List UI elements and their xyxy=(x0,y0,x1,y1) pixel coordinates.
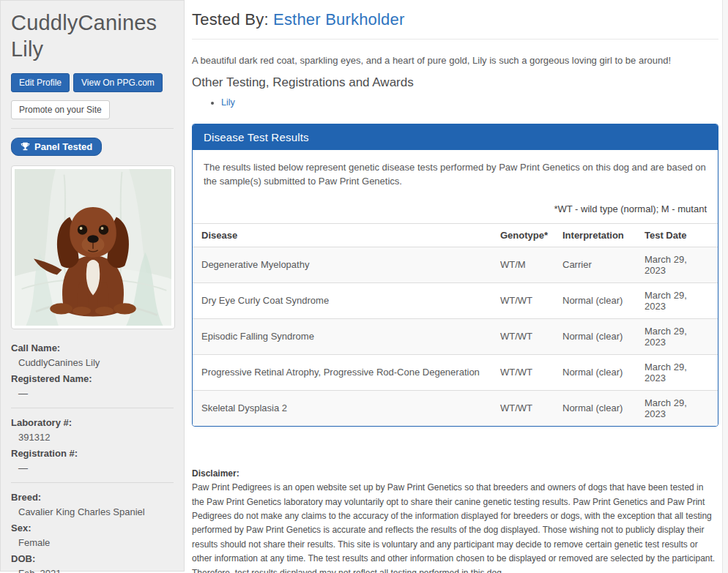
table-row: Episodic Falling Syndrome WT/WT Normal (… xyxy=(193,318,718,354)
disease-cell: Degenerative Myelopathy xyxy=(193,247,493,282)
dog-profile-sidebar: CuddlyCanines Lily Edit Profile View On … xyxy=(0,0,185,572)
divider xyxy=(11,408,174,408)
sex-label: Sex: xyxy=(11,523,174,533)
dob-label: DOB: xyxy=(11,553,174,564)
panel-note: The results listed below represent genet… xyxy=(193,150,718,189)
disease-cell: Episodic Falling Syndrome xyxy=(193,318,493,354)
table-row: Progressive Retinal Atrophy, Progressive… xyxy=(193,354,718,390)
test-date-cell: March 29, 2023 xyxy=(637,390,718,426)
breed-label: Breed: xyxy=(11,492,174,503)
genotype-legend: *WT - wild type (normal); M - mutant xyxy=(193,189,718,223)
disease-cell: Skeletal Dysplasia 2 xyxy=(193,390,493,426)
column-header-disease: Disease xyxy=(193,223,493,247)
other-testing-link-lily[interactable]: Lily xyxy=(221,97,235,108)
column-header-test-date: Test Date xyxy=(637,223,718,247)
genotype-cell: WT/M xyxy=(493,247,555,282)
disclaimer-block: Disclaimer: Paw Print Pedigrees is an op… xyxy=(192,467,718,573)
profile-action-buttons: Edit Profile View On PPG.com xyxy=(11,73,174,92)
list-item: Lily xyxy=(221,97,718,108)
interpretation-cell: Normal (clear) xyxy=(555,390,637,426)
interpretation-cell: Normal (clear) xyxy=(555,282,637,318)
interpretation-cell: Normal (clear) xyxy=(555,318,637,354)
call-name-value: CuddlyCanines Lily xyxy=(18,357,174,368)
registration-number-label: Registration #: xyxy=(11,448,174,459)
edit-profile-button[interactable]: Edit Profile xyxy=(11,73,70,92)
heading-divider xyxy=(192,39,718,40)
table-row: Skeletal Dysplasia 2 WT/WT Normal (clear… xyxy=(193,390,718,426)
other-testing-list: Lily xyxy=(221,97,718,108)
test-date-cell: March 29, 2023 xyxy=(637,247,718,282)
tested-by-link[interactable]: Esther Burkholder xyxy=(273,10,405,29)
panel-heading: Disease Test Results xyxy=(193,124,718,150)
dog-title: CuddlyCanines Lily xyxy=(11,10,174,63)
test-date-cell: March 29, 2023 xyxy=(637,318,718,354)
registration-number-value: — xyxy=(18,462,174,473)
disease-results-table: Disease Genotype* Interpretation Test Da… xyxy=(193,223,718,426)
tested-by-label: Tested By: xyxy=(192,10,269,29)
divider xyxy=(11,128,174,129)
laboratory-number-label: Laboratory #: xyxy=(11,417,174,428)
disease-cell: Progressive Retinal Atrophy, Progressive… xyxy=(193,354,493,390)
column-header-interpretation: Interpretation xyxy=(555,223,637,247)
panel-tested-badge[interactable]: Panel Tested xyxy=(11,138,102,156)
test-date-cell: March 29, 2023 xyxy=(637,282,718,318)
laboratory-number-value: 391312 xyxy=(18,432,174,443)
profile-page: CuddlyCanines Lily Edit Profile View On … xyxy=(0,0,728,573)
table-row: Degenerative Myelopathy WT/M Carrier Mar… xyxy=(193,247,718,282)
breed-value: Cavalier King Charles Spaniel xyxy=(18,506,174,517)
disease-cell: Dry Eye Curly Coat Syndrome xyxy=(193,282,493,318)
panel-tested-label: Panel Tested xyxy=(34,141,92,152)
registered-name-value: — xyxy=(18,388,174,399)
interpretation-cell: Carrier xyxy=(555,247,637,282)
genotype-cell: WT/WT xyxy=(493,390,555,426)
table-row: Dry Eye Curly Coat Syndrome WT/WT Normal… xyxy=(193,282,718,318)
divider xyxy=(11,482,174,483)
call-name-label: Call Name: xyxy=(11,342,174,353)
genotype-cell: WT/WT xyxy=(493,318,555,354)
dob-value: Feb. 2021 xyxy=(18,568,174,573)
disclaimer-label: Disclaimer: xyxy=(192,468,239,479)
view-on-ppg-button[interactable]: View On PPG.com xyxy=(73,73,163,92)
promote-button-row: Promote on your Site xyxy=(11,100,174,119)
disease-test-results-panel: Disease Test Results The results listed … xyxy=(192,124,718,427)
registered-name-label: Registered Name: xyxy=(11,373,174,384)
trophy-icon xyxy=(21,142,30,151)
genotype-cell: WT/WT xyxy=(493,354,555,390)
promote-on-site-button[interactable]: Promote on your Site xyxy=(11,100,110,119)
sex-value: Female xyxy=(18,537,174,548)
main-content: Tested By: Esther Burkholder A beautiful… xyxy=(192,0,718,573)
genotype-cell: WT/WT xyxy=(493,282,555,318)
other-testing-heading: Other Testing, Registrations and Awards xyxy=(192,75,718,90)
tested-by-heading: Tested By: Esther Burkholder xyxy=(192,10,718,29)
interpretation-cell: Normal (clear) xyxy=(555,354,637,390)
dog-description: A beautiful dark red coat, sparkling eye… xyxy=(192,55,718,66)
scrollbar-track[interactable] xyxy=(722,0,728,573)
column-header-genotype: Genotype* xyxy=(493,223,555,247)
disclaimer-text: Paw Print Pedigrees is an open website s… xyxy=(192,482,715,573)
dog-photo xyxy=(15,169,171,326)
table-header-row: Disease Genotype* Interpretation Test Da… xyxy=(193,223,718,247)
dog-photo-thumbnail[interactable] xyxy=(11,165,175,329)
test-date-cell: March 29, 2023 xyxy=(637,354,718,390)
